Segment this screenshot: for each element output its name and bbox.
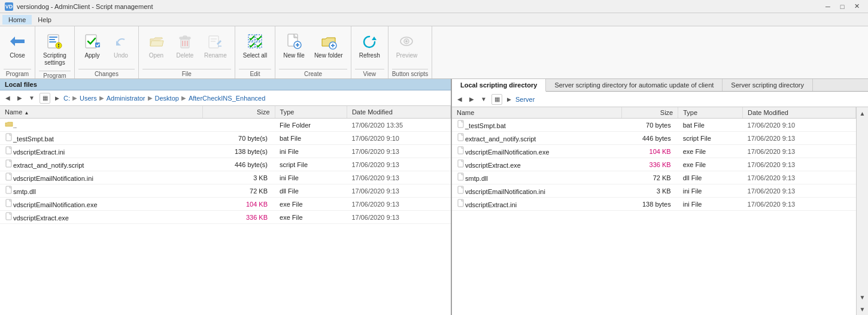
refresh-button[interactable]: Refresh [355,29,384,62]
local-cell-size: 104 KB [203,198,275,211]
local-cell-type: script File [275,158,347,171]
svg-rect-25 [256,42,262,48]
tab-server-auto[interactable]: Server scripting directory for automatic… [546,79,723,91]
right-arrow-down[interactable]: ▼ [857,291,869,303]
refresh-icon [360,32,379,51]
right-cell-size: 104 KB [621,145,678,158]
right-col-type[interactable]: Type [678,107,743,119]
local-table-row[interactable]: vdscriptEmailNotification.exe 104 KB exe… [0,198,451,211]
right-cell-name: vdscriptEmailNotification.exe [452,145,621,158]
ribbon: Close Program Scripting [0,26,868,79]
local-table-row[interactable]: vdscriptExtract.ini 138 byte(s) ini File… [0,145,451,158]
local-cell-size: 72 KB [203,184,275,198]
right-table-row[interactable]: vdscriptExtract.exe 336 KB exe File 17/0… [452,158,856,171]
local-cell-name: smtp.dll [0,184,203,198]
ribbon-group-edit: Select all Edit [235,26,276,78]
local-cell-size: 3 KB [203,171,275,184]
open-button[interactable]: Open [142,29,170,62]
right-arrow-up[interactable]: ▲ [857,107,869,119]
local-table-row[interactable]: _testSmpt.bat 70 byte(s) bat File 17/06/… [0,132,451,145]
right-table-row[interactable]: vdscriptExtract.ini 138 bytes ini File 1… [452,198,856,211]
file-icon [457,148,465,156]
window-title: versiondog - AdminClient - Script manage… [17,3,153,10]
right-nav-forward[interactable]: ▶ [466,94,477,105]
delete-button[interactable]: Delete [171,29,199,62]
right-col-size[interactable]: Size [621,107,678,119]
local-path-administrator[interactable]: Administrator [107,95,145,102]
right-content-row: Name Size Type Date Modified _testSmpt.b… [452,107,868,315]
right-nav-dropdown[interactable]: ▼ [478,94,489,105]
local-path-folder[interactable]: AfterCheckINS_Enhanced [189,95,265,102]
right-table-row[interactable]: smtp.dll 72 KB dll File 17/06/2020 9:13 [452,171,856,184]
local-table-row[interactable]: vdscriptExtract.exe 336 KB exe File 17/0… [0,211,451,224]
close-icon [8,32,27,51]
ribbon-group-label-create: Create [279,69,347,77]
file-icon [5,135,13,143]
right-cell-date: 17/06/2020 9:13 [743,145,856,158]
right-panel-inner: ◀ ▶ ▼ ▦ ▶ Server Name Size [452,92,868,315]
local-nav-back[interactable]: ◀ [2,93,13,104]
new-folder-icon [319,32,338,51]
right-view-toggle[interactable]: ▦ [491,94,502,105]
new-folder-button[interactable]: New folder [310,29,347,62]
col-date[interactable]: Date Modified [347,106,450,119]
svg-rect-8 [58,46,59,47]
local-table-row[interactable]: vdscriptEmailNotification.ini 3 KB ini F… [0,171,451,184]
ribbon-group-scripting: Scriptingsettings Program [35,26,75,78]
right-col-date[interactable]: Date Modified [743,107,856,119]
close-button[interactable]: ✕ [850,0,863,13]
right-nav-back[interactable]: ◀ [454,94,465,105]
local-path-c[interactable]: C: [63,95,70,102]
right-table-row[interactable]: vdscriptEmailNotification.ini 3 KB ini F… [452,184,856,198]
preview-button[interactable]: Preview [392,29,422,62]
preview-label: Preview [396,52,418,59]
menu-item-help[interactable]: Help [32,15,57,25]
apply-label: Apply [84,52,99,59]
tab-local-scripting[interactable]: Local scripting directory [452,79,546,92]
right-file-table[interactable]: Name Size Type Date Modified _testSmpt.b… [452,107,856,315]
tab-server-scripting[interactable]: Server scripting directory [723,79,813,91]
local-path-desktop[interactable]: Desktop [155,95,179,102]
undo-label: Undo [114,52,128,59]
apply-button[interactable]: Apply [78,29,106,62]
menu-item-home[interactable]: Home [2,15,32,25]
local-view-toggle[interactable]: ▦ [40,93,50,104]
new-file-button[interactable]: New file [279,29,309,62]
right-arrow-left[interactable]: ▼ [857,303,869,315]
local-cell-name: vdscriptEmailNotification.exe [0,198,203,211]
right-cell-name: vdscriptEmailNotification.ini [452,184,621,198]
close-button[interactable]: Close [4,29,31,62]
minimize-button[interactable]: ─ [821,0,834,13]
local-file-table[interactable]: Name Size Type Date Modified .. File Fol… [0,106,451,315]
select-all-button[interactable]: Select all [239,29,272,62]
delete-label: Delete [176,52,193,59]
col-type[interactable]: Type [275,106,347,119]
local-table-row[interactable]: smtp.dll 72 KB dll File 17/06/2020 9:13 [0,184,451,198]
app-icon: VD [5,2,13,11]
right-table-row[interactable]: _testSmpt.bat 70 bytes bat File 17/06/20… [452,119,856,132]
right-nav-root-arrow[interactable]: ▶ [503,94,514,105]
open-icon [147,32,166,51]
window-controls: ─ □ ✕ [821,0,863,13]
local-table-row[interactable]: .. File Folder 17/06/2020 13:35 [0,119,451,132]
right-cell-name: extract_and_notify.script [452,132,621,145]
maximize-button[interactable]: □ [836,0,849,13]
right-path-server[interactable]: Server [515,96,535,103]
local-nav-forward[interactable]: ▶ [14,93,25,104]
local-panel: Local files ◀ ▶ ▼ ▦ ▶ C: ▶ Users ▶ Admin… [0,79,452,315]
col-size[interactable]: Size [203,106,275,119]
local-path-users[interactable]: Users [80,95,97,102]
local-nav-dropdown[interactable]: ▼ [26,93,37,104]
local-nav-root-arrow[interactable]: ▶ [51,93,62,104]
file-icon [5,214,13,222]
scripting-settings-button[interactable]: Scriptingsettings [39,29,71,69]
right-table-row[interactable]: vdscriptEmailNotification.exe 104 KB exe… [452,145,856,158]
col-name[interactable]: Name [0,106,203,119]
right-table-row[interactable]: extract_and_notify.script 446 bytes scri… [452,132,856,145]
svg-marker-33 [372,37,377,40]
rename-button[interactable]: Rename [200,29,231,62]
local-table-row[interactable]: extract_and_notify.script 446 byte(s) sc… [0,158,451,171]
undo-button[interactable]: Undo [107,29,135,62]
local-cell-type: ini File [275,171,347,184]
right-col-name[interactable]: Name [452,107,621,119]
